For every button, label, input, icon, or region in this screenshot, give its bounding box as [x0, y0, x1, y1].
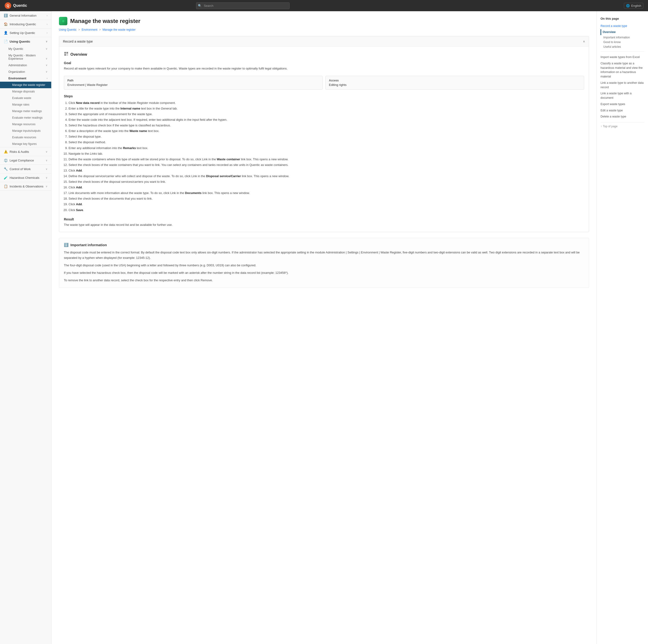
- toc-link-waste-data[interactable]: Link a waste type to another data record: [600, 80, 644, 91]
- accordion-header[interactable]: Record a waste type ∧: [59, 36, 589, 47]
- step-18: Select the check boxes of the documents …: [68, 196, 584, 201]
- chevron-right-icon: ›: [47, 14, 48, 17]
- chevron-down-icon: ∨: [46, 40, 48, 43]
- result-label: Result: [64, 217, 584, 221]
- access-label: Access: [329, 79, 581, 82]
- sidebar-item-manage-disposals[interactable]: Manage disposals: [0, 88, 51, 95]
- sidebar-item-general-information[interactable]: ℹ️General Information ›: [0, 11, 51, 20]
- step-20: Click Save.: [68, 208, 584, 213]
- toc-good-to-know[interactable]: Good to know: [600, 40, 644, 44]
- path-access-grid: Path Environment | Waste Register Access…: [64, 76, 584, 90]
- sidebar-item-control[interactable]: 🔧Control of Work ∨: [0, 165, 51, 173]
- search-input[interactable]: [196, 2, 289, 9]
- globe-icon: 🌐: [626, 4, 630, 7]
- toc-useful-articles[interactable]: Useful articles: [600, 44, 644, 49]
- sidebar-item-manage-waste-register[interactable]: Manage the waste register: [0, 82, 51, 88]
- sidebar-item-legal[interactable]: ⚖️Legal Compliance ∨: [0, 156, 51, 164]
- arrow-up-icon: ↑: [600, 125, 602, 128]
- access-value: Editing rights: [329, 83, 581, 87]
- chevron-down-icon: ∨: [46, 159, 48, 162]
- step-10: Navigate to the Links tab.: [68, 151, 584, 156]
- important-para-1: The disposal code must be entered in the…: [64, 250, 584, 260]
- step-1: Click New data record in the toolbar of …: [68, 100, 584, 105]
- chevron-down-icon: ∨: [46, 176, 48, 179]
- toc-delete-waste[interactable]: Delete a waste type: [600, 113, 644, 120]
- toc-link-waste-doc[interactable]: Link a waste type with a document: [600, 90, 644, 101]
- chevron-down-icon: ∨: [46, 64, 48, 67]
- svg-rect-0: [64, 52, 66, 54]
- search-bar: 🔍: [196, 2, 289, 9]
- path-box: Path Environment | Waste Register: [64, 76, 323, 90]
- sidebar-item-manage-rates[interactable]: Manage rates: [0, 101, 51, 108]
- legal-icon: ⚖️: [4, 158, 8, 162]
- logo[interactable]: Q Quentic: [5, 2, 27, 9]
- sidebar-item-using-quentic[interactable]: 📄Using Quentic ∨: [0, 37, 51, 46]
- search-icon: 🔍: [198, 4, 202, 7]
- step-3: Select the appropriate unit of measureme…: [68, 112, 584, 117]
- step-12: Select the check boxes of the waste cont…: [68, 162, 584, 167]
- sidebar-item-introducing[interactable]: 🏠Introducing Quentic ›: [0, 20, 51, 28]
- result-text: The waste type will appear in the data r…: [64, 222, 584, 228]
- important-para-3: If you have selected the hazardous check…: [64, 270, 584, 276]
- sidebar-item-my-quentic[interactable]: My Quentic ∨: [0, 46, 51, 52]
- left-sidebar: ℹ️General Information › 🏠Introducing Que…: [0, 11, 51, 644]
- sidebar-item-incidents[interactable]: 📋Incidents & Observations ∨: [0, 182, 51, 191]
- toc-import-waste[interactable]: Import waste types from Excel: [600, 54, 644, 60]
- sidebar-item-hazardous[interactable]: 🧪Hazardous Chemicals ∨: [0, 174, 51, 182]
- warning-icon: ⚠️: [4, 150, 8, 153]
- info-icon: ℹ️: [4, 13, 8, 17]
- top-of-page-link[interactable]: ↑ Top of page: [600, 125, 644, 128]
- toc-export-waste[interactable]: Export waste types: [600, 101, 644, 107]
- toc-record-waste-type[interactable]: Record a waste type: [600, 23, 644, 29]
- toc-classify-waste[interactable]: Classify a waste type as a hazardous mat…: [600, 60, 644, 80]
- important-header: ℹ️ Important information: [64, 243, 584, 247]
- language-selector[interactable]: 🌐 English: [624, 3, 643, 9]
- step-7: Select the disposal type.: [68, 134, 584, 139]
- step-2: Enter a title for the waste type into th…: [68, 106, 584, 111]
- svg-rect-3: [66, 54, 68, 56]
- chevron-right-icon: ›: [47, 23, 48, 26]
- breadcrumb-separator: >: [78, 28, 81, 31]
- goal-label: Goal: [64, 61, 584, 65]
- step-13: Click Add.: [68, 168, 584, 173]
- sidebar-item-manage-meter-readings[interactable]: Manage meter readings: [0, 108, 51, 114]
- sidebar-section-introducing: 🏠Introducing Quentic ›: [0, 20, 51, 29]
- sidebar-label: Legal Compliance: [10, 159, 34, 162]
- chevron-right-icon: ›: [47, 77, 48, 80]
- sidebar-item-evaluate-resources[interactable]: Evaluate resources: [0, 134, 51, 141]
- sidebar-section-hazardous: 🧪Hazardous Chemicals ∨: [0, 174, 51, 182]
- sidebar-item-risks[interactable]: ⚠️Risks & Audits ∨: [0, 147, 51, 156]
- page-icon: [59, 17, 67, 25]
- toc-edit-waste[interactable]: Edit a waste type: [600, 107, 644, 114]
- sidebar-item-manage-key-figures[interactable]: Manage key figures: [0, 141, 51, 147]
- sidebar-item-administration[interactable]: Administration ∨: [0, 62, 51, 68]
- sidebar-item-setting-up[interactable]: 👤Setting Up Quentic ›: [0, 29, 51, 37]
- chevron-down-icon: ∨: [46, 167, 48, 170]
- step-5: Select the hazardous check box if the wa…: [68, 123, 584, 128]
- sidebar-item-manage-inputs-outputs[interactable]: Manage inputs/outputs: [0, 128, 51, 134]
- steps-list: Click New data record in the toolbar of …: [64, 100, 584, 213]
- sidebar-item-environment[interactable]: Environment ›: [0, 75, 51, 82]
- sidebar-item-manage-resources[interactable]: Manage resources: [0, 121, 51, 128]
- step-6: Enter a description of the waste type in…: [68, 129, 584, 134]
- person-icon: 👤: [4, 31, 8, 35]
- main-content: Manage the waste register Using Quentic …: [51, 11, 597, 644]
- svg-rect-1: [66, 52, 68, 54]
- breadcrumb-current: Manage the waste register: [102, 28, 136, 31]
- sidebar-section-risks: ⚠️Risks & Audits ∨: [0, 147, 51, 156]
- sidebar-item-evaluate-waste[interactable]: Evaluate waste: [0, 95, 51, 101]
- important-info-box: ℹ️ Important information The disposal co…: [59, 238, 589, 288]
- toc-important-information[interactable]: Important information: [600, 35, 644, 40]
- main-layout: ℹ️General Information › 🏠Introducing Que…: [0, 11, 648, 644]
- toc-overview[interactable]: Overview: [600, 29, 644, 35]
- step-15: Select the check boxes of the disposal s…: [68, 179, 584, 184]
- breadcrumb-link-using-quentic[interactable]: Using Quentic: [59, 28, 76, 31]
- sidebar-item-my-quentic-modern[interactable]: My Quentic - Modern Experience ∨: [0, 52, 51, 62]
- chevron-down-icon: ∨: [46, 185, 48, 188]
- important-para-2: The four-digit disposal code (used in th…: [64, 263, 584, 268]
- chevron-up-icon: ∧: [583, 40, 585, 43]
- sidebar-item-evaluate-meter-readings[interactable]: Evaluate meter readings: [0, 114, 51, 121]
- path-value: Environment | Waste Register: [67, 83, 319, 87]
- sidebar-item-organization[interactable]: Organization ∨: [0, 68, 51, 75]
- breadcrumb-link-environment[interactable]: Environment: [82, 28, 97, 31]
